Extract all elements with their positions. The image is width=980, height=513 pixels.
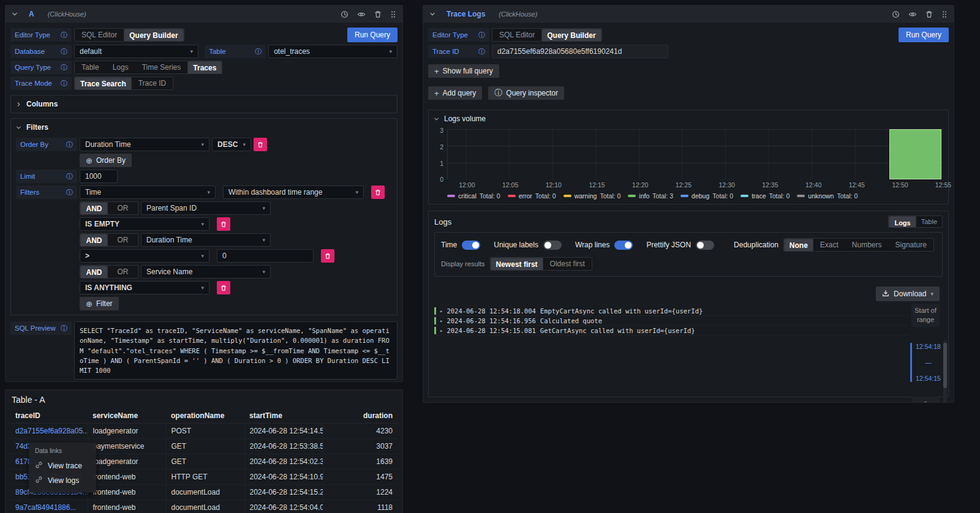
dedup-none[interactable]: None xyxy=(784,239,813,252)
order-by-field-select[interactable]: Duration Time▾ xyxy=(80,138,209,151)
remove-filter3-button[interactable] xyxy=(217,281,230,294)
col-header-servicename[interactable]: serviceName xyxy=(88,408,166,424)
logs-scrollbar[interactable] xyxy=(943,340,947,402)
database-select[interactable]: default▾ xyxy=(74,45,198,58)
table-select[interactable]: otel_traces▾ xyxy=(268,45,398,58)
history-icon[interactable] xyxy=(341,10,349,18)
filter-time-field-select[interactable]: Time▾ xyxy=(80,185,216,199)
eye-icon[interactable] xyxy=(357,10,366,18)
dedup-signature[interactable]: Signature xyxy=(889,239,933,251)
info-icon[interactable]: ⓘ xyxy=(478,31,485,40)
scrollbar-thumb[interactable] xyxy=(943,343,947,388)
add-query-button[interactable]: +Add query xyxy=(428,86,482,100)
older-logs-button[interactable]: ▾ Older logs xyxy=(911,397,940,402)
order-by-direction-select[interactable]: DESC▾ xyxy=(212,138,251,151)
info-icon[interactable]: ⓘ xyxy=(66,140,73,149)
filter2-value-input[interactable]: 0 xyxy=(217,249,314,263)
collapse-chevron-icon[interactable] xyxy=(12,11,18,17)
log-line[interactable]: ▸ 2024-06-28 12:54:16.956 Calculated quo… xyxy=(434,316,909,326)
query-type-time-series[interactable]: Time Series xyxy=(135,61,188,73)
trash-icon[interactable] xyxy=(925,10,933,18)
info-bar[interactable] xyxy=(889,129,941,179)
add-order-by-button[interactable]: ⊕Order By xyxy=(80,154,132,167)
filter1-field-select[interactable]: Parent Span ID▾ xyxy=(141,201,271,215)
info-icon[interactable]: ⓘ xyxy=(61,63,67,72)
run-query-button[interactable]: Run Query xyxy=(899,28,949,42)
dedup-exact[interactable]: Exact xyxy=(813,239,845,251)
col-header-starttime[interactable]: startTime xyxy=(244,408,323,424)
time-toggle[interactable] xyxy=(462,241,480,250)
legend-item-unknown[interactable]: unknownTotal: 0 xyxy=(797,192,858,200)
info-icon[interactable]: ⓘ xyxy=(66,188,73,197)
remove-filter1-button[interactable] xyxy=(217,217,230,231)
trash-icon[interactable] xyxy=(374,10,382,18)
newest-first-option[interactable]: Newest first xyxy=(491,258,543,271)
logs-volume-toggle[interactable]: Logs volume xyxy=(434,114,943,123)
trace-mode-search[interactable]: Trace Search xyxy=(75,77,132,90)
query-type-table[interactable]: Table xyxy=(75,61,106,73)
view-trace-link[interactable]: View trace xyxy=(35,459,90,473)
legend-item-error[interactable]: errorTotal: 0 xyxy=(508,192,556,200)
filter2-or[interactable]: OR xyxy=(108,234,138,246)
trace-link[interactable]: 9a7caf84941886... xyxy=(15,503,76,512)
editor-type-query-builder[interactable]: Query Builder xyxy=(541,29,601,42)
filter2-field-select[interactable]: Duration Time▾ xyxy=(141,233,271,247)
info-icon[interactable]: ⓘ xyxy=(61,47,67,56)
filter1-or[interactable]: OR xyxy=(108,202,138,214)
info-icon[interactable]: ⓘ xyxy=(66,172,73,181)
log-line[interactable]: ▸ 2024-06-28 12:54:18.004 EmptyCartAsync… xyxy=(434,306,909,316)
filter2-and[interactable]: AND xyxy=(80,234,108,247)
legend-item-debug[interactable]: debugTotal: 0 xyxy=(680,192,733,200)
filter3-and[interactable]: AND xyxy=(80,266,108,279)
info-icon[interactable]: ⓘ xyxy=(478,47,485,56)
col-header-traceid[interactable]: traceID xyxy=(10,408,88,424)
filter1-and[interactable]: AND xyxy=(80,202,108,215)
editor-type-sql-editor[interactable]: SQL Editor xyxy=(75,29,124,41)
query-type-logs[interactable]: Logs xyxy=(106,61,135,73)
history-icon[interactable] xyxy=(892,10,900,18)
filter1-operator-select[interactable]: IS EMPTY▾ xyxy=(80,217,209,231)
columns-section[interactable]: Columns xyxy=(10,95,398,113)
eye-icon[interactable] xyxy=(908,10,917,18)
trace-id-input[interactable]: d2a7155ef6a928a05680e5ff6190241d xyxy=(492,45,668,58)
add-filter-button[interactable]: ⊕Filter xyxy=(80,297,119,310)
remove-order-by-button[interactable] xyxy=(254,138,267,151)
remove-time-filter-button[interactable] xyxy=(371,185,385,199)
limit-input[interactable]: 1000 xyxy=(80,170,118,183)
col-header-duration[interactable]: duration xyxy=(323,408,398,424)
log-line[interactable]: ▸ 2024-06-28 12:54:15.081 GetCartAsync c… xyxy=(434,326,909,335)
filter3-operator-select[interactable]: IS ANYTHING▾ xyxy=(80,281,209,294)
filter3-or[interactable]: OR xyxy=(108,266,138,278)
info-icon[interactable]: ⓘ xyxy=(61,324,67,333)
legend-item-warning[interactable]: warningTotal: 0 xyxy=(564,192,621,200)
query-type-traces[interactable]: Traces xyxy=(187,61,222,74)
dedup-numbers[interactable]: Numbers xyxy=(845,239,889,251)
info-icon[interactable]: ⓘ xyxy=(61,31,67,40)
view-logs-option[interactable]: Logs xyxy=(889,216,916,228)
time-range-selector[interactable]: 12:54:18 — 12:54:15 xyxy=(910,343,941,382)
legend-item-info[interactable]: infoTotal: 3 xyxy=(628,192,673,200)
legend-item-critical[interactable]: criticalTotal: 0 xyxy=(447,192,500,200)
download-button[interactable]: Download ▾ xyxy=(876,286,940,301)
info-icon[interactable]: ⓘ xyxy=(255,47,262,56)
remove-filter2-button[interactable] xyxy=(321,249,334,263)
query-inspector-button[interactable]: ⓘQuery inspector xyxy=(488,86,564,100)
oldest-first-option[interactable]: Oldest first xyxy=(543,258,592,270)
filter-time-value-select[interactable]: Within dashboard time range▾ xyxy=(223,185,364,199)
editor-type-sql-editor[interactable]: SQL Editor xyxy=(492,29,541,41)
wrap-lines-toggle[interactable] xyxy=(614,241,633,250)
unique-labels-toggle[interactable] xyxy=(543,241,562,250)
filter3-field-select[interactable]: Service Name▾ xyxy=(141,265,271,279)
expand-chevron-icon[interactable]: ▸ xyxy=(440,328,443,334)
col-header-operationname[interactable]: operationName xyxy=(166,408,244,424)
drag-handle-icon[interactable] xyxy=(390,10,396,18)
show-full-query-button[interactable]: +Show full query xyxy=(428,64,499,78)
editor-type-query-builder[interactable]: Query Builder xyxy=(124,29,183,42)
view-logs-link[interactable]: View logs xyxy=(35,473,90,488)
expand-chevron-icon[interactable]: ▸ xyxy=(440,318,443,324)
prettify-json-toggle[interactable] xyxy=(696,241,714,250)
trace-link[interactable]: d2a7155ef6a928a05... xyxy=(15,427,88,435)
trace-mode-id[interactable]: Trace ID xyxy=(132,77,173,89)
filters-section-toggle[interactable]: Filters xyxy=(16,123,392,132)
filter2-operator-select[interactable]: >▾ xyxy=(80,249,209,263)
